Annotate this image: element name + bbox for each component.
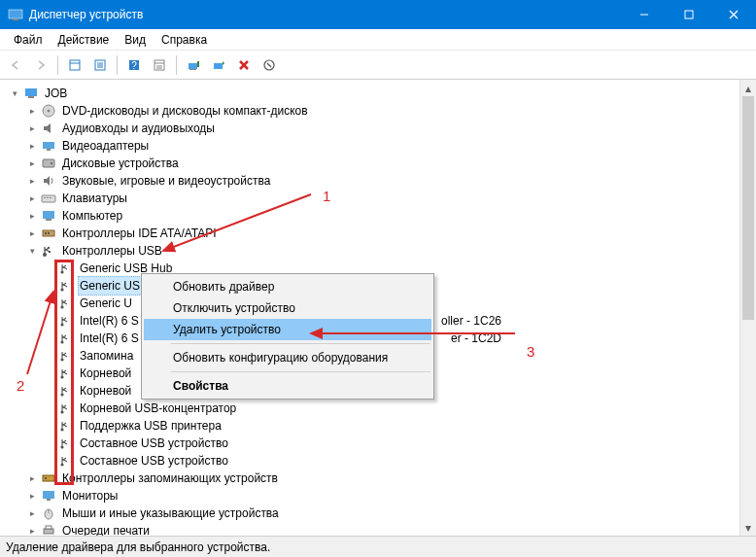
toolbar-back-icon[interactable] — [4, 53, 27, 77]
toolbar-uninstall-icon[interactable] — [232, 53, 256, 77]
usb-device-icon — [58, 296, 74, 311]
expand-icon[interactable]: ▸ — [25, 226, 39, 240]
scroll-thumb[interactable] — [742, 96, 754, 320]
tree-item[interactable]: Составное USB устройство — [78, 452, 230, 470]
svg-rect-44 — [49, 251, 51, 253]
audio-icon — [41, 121, 56, 136]
ctx-uninstall-device[interactable]: Удалить устройство — [144, 319, 431, 340]
tree-item[interactable]: Мониторы — [60, 487, 120, 505]
tree-item[interactable]: Intel(R) 6 S — [78, 330, 141, 347]
tree-item-tail: er - 1C2D — [449, 330, 503, 347]
svg-rect-38 — [46, 219, 52, 221]
window-title: Диспетчер устройств — [29, 8, 622, 21]
menu-file[interactable]: Файл — [6, 31, 51, 49]
toolbar-scan-icon[interactable] — [207, 53, 230, 77]
tree-item[interactable]: Корневой — [78, 365, 133, 382]
storage-controller-icon — [41, 470, 56, 486]
expand-icon[interactable]: ▸ — [25, 506, 39, 520]
usb-device-icon — [58, 383, 74, 399]
tree-item[interactable]: Поддержка USB принтера — [78, 417, 223, 435]
tree-item[interactable]: Очереди печати — [60, 522, 152, 536]
tree-item-usb-controllers[interactable]: Контроллеры USB — [60, 242, 164, 260]
toolbar-forward-icon[interactable] — [29, 53, 52, 77]
tree-item[interactable]: Мыши и иные указывающие устройства — [60, 505, 281, 522]
toolbar-showhide-icon[interactable] — [63, 53, 86, 77]
ctx-update-driver[interactable]: Обновить драйвер — [144, 276, 431, 297]
maximize-button[interactable] — [667, 0, 711, 29]
toolbar-list-icon[interactable] — [88, 53, 112, 77]
optical-drive-icon — [41, 103, 56, 119]
expand-icon[interactable]: ▸ — [25, 524, 39, 536]
expand-icon[interactable]: ▸ — [25, 139, 39, 153]
tree-item[interactable]: Составное USB устройство — [78, 435, 230, 452]
tree-item[interactable]: Корневой — [78, 382, 133, 400]
tree-item[interactable]: Контроллеры IDE ATA/ATAPI — [60, 225, 219, 242]
usb-device-icon — [58, 453, 74, 469]
tree-item[interactable]: Intel(R) 6 S — [78, 312, 141, 330]
scroll-down-icon[interactable]: ▾ — [740, 519, 756, 536]
mouse-icon — [41, 505, 56, 521]
usb-controller-icon — [41, 243, 56, 259]
expand-icon[interactable]: ▸ — [25, 104, 39, 118]
svg-text:?: ? — [131, 60, 137, 71]
svg-rect-25 — [25, 88, 37, 96]
scroll-up-icon[interactable]: ▴ — [740, 80, 756, 96]
expand-icon[interactable]: ▸ — [25, 191, 39, 205]
svg-rect-57 — [43, 475, 54, 481]
ctx-separator — [171, 343, 430, 344]
svg-rect-20 — [197, 61, 199, 67]
expand-icon[interactable]: ▸ — [25, 489, 39, 503]
display-adapter-icon — [41, 138, 56, 154]
expand-icon[interactable]: ▾ — [25, 244, 39, 258]
expand-icon[interactable]: ▸ — [25, 157, 39, 170]
computer-icon — [41, 208, 56, 224]
tree-item[interactable]: Клавиатуры — [60, 190, 129, 207]
ctx-disable-device[interactable]: Отключить устройство — [144, 297, 431, 319]
tree-item[interactable]: Видеоадаптеры — [60, 137, 151, 155]
toolbar-separator — [57, 55, 58, 75]
svg-rect-0 — [9, 10, 22, 18]
svg-rect-33 — [42, 195, 55, 202]
svg-rect-63 — [44, 529, 53, 534]
statusbar: Удаление драйвера для выбранного устройс… — [0, 536, 756, 557]
expand-icon[interactable]: ▸ — [25, 471, 39, 485]
tree-item[interactable]: Дисковые устройства — [60, 155, 181, 172]
tree-item[interactable]: DVD-дисководы и дисководы компакт-дисков — [60, 102, 310, 120]
computer-icon — [23, 86, 39, 101]
tree-item[interactable]: Контроллеры запоминающих устройств — [60, 470, 280, 487]
tree-item[interactable]: Запомина — [78, 347, 135, 365]
svg-rect-34 — [44, 197, 46, 198]
toolbar-update-icon[interactable] — [182, 53, 205, 77]
svg-rect-41 — [48, 232, 50, 234]
menu-action[interactable]: Действие — [51, 31, 118, 49]
tree-item[interactable]: Корневой USB-концентратор — [78, 400, 238, 417]
svg-point-32 — [51, 162, 52, 164]
menu-help[interactable]: Справка — [154, 31, 215, 49]
usb-device-icon — [58, 418, 74, 434]
usb-device-icon — [58, 313, 74, 329]
svg-rect-31 — [43, 159, 54, 167]
tree-item[interactable]: Компьютер — [60, 207, 124, 225]
svg-rect-30 — [47, 149, 51, 151]
expand-icon[interactable]: ▸ — [25, 122, 39, 135]
tree-item[interactable]: Аудиовходы и аудиовыходы — [60, 120, 217, 137]
ctx-properties[interactable]: Свойства — [144, 375, 431, 397]
toolbar-help-icon[interactable]: ? — [122, 53, 146, 77]
expand-icon[interactable]: ▸ — [25, 209, 39, 223]
print-queue-icon — [41, 523, 56, 536]
tree-item[interactable]: Звуковые, игровые и видеоустройства — [60, 172, 272, 190]
ctx-scan-hardware[interactable]: Обновить конфигурацию оборудования — [144, 347, 431, 368]
toolbar-disable-icon[interactable] — [258, 53, 281, 77]
toolbar-props-icon[interactable] — [148, 53, 171, 77]
svg-rect-18 — [189, 63, 197, 69]
scrollbar-vertical[interactable]: ▴ ▾ — [739, 80, 756, 536]
minimize-button[interactable] — [622, 0, 667, 29]
svg-point-28 — [48, 110, 51, 113]
close-button[interactable] — [711, 0, 756, 29]
tree-item-selected[interactable]: Generic US — [78, 276, 142, 296]
expand-icon[interactable]: ▸ — [25, 174, 39, 188]
expand-icon[interactable]: ▾ — [8, 87, 21, 100]
menu-view[interactable]: Вид — [117, 31, 154, 49]
tree-item[interactable]: Generic U — [78, 295, 134, 312]
tree-root[interactable]: JOB — [43, 85, 69, 102]
